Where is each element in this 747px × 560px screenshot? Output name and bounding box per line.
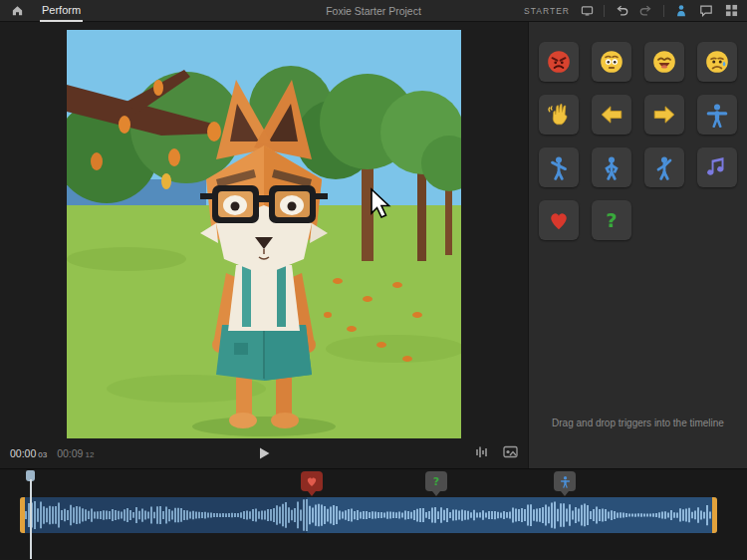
current-frames: 03 — [38, 450, 47, 459]
heart-marker-icon — [305, 474, 319, 488]
scene-settings-button[interactable] — [503, 444, 518, 462]
trim-handle-right[interactable] — [712, 497, 717, 533]
svg-text:?: ? — [606, 209, 617, 232]
timecode: 00:0003 00:0912 — [10, 447, 94, 459]
audio-clip-track[interactable] — [20, 497, 717, 533]
fox-scene — [67, 30, 461, 438]
trigger-point-right[interactable] — [644, 95, 684, 135]
scene-icon — [503, 445, 518, 458]
grid-icon — [725, 4, 738, 17]
timeline: ? — [0, 468, 747, 559]
question-icon: ? — [599, 207, 624, 233]
waveform-icon — [475, 445, 489, 458]
play-button[interactable] — [251, 442, 277, 464]
waveform — [25, 497, 712, 533]
wave-hand-icon — [546, 102, 572, 128]
undo-button[interactable] — [614, 3, 629, 19]
home-icon — [11, 4, 24, 17]
timeline-marker-person[interactable] — [554, 471, 576, 491]
transport-bar: 00:0003 00:0912 — [0, 438, 528, 468]
monitor-icon — [581, 5, 594, 17]
total-time: 00:09 — [57, 447, 83, 459]
workspace-menu-button[interactable] — [723, 3, 739, 19]
timeline-marker-question[interactable]: ? — [425, 471, 447, 491]
stage-area: 00:0003 00:0912 — [0, 22, 528, 468]
trigger-sad-face[interactable] — [697, 42, 737, 82]
trigger-music-note[interactable] — [697, 147, 737, 187]
pose-3-icon — [651, 154, 677, 180]
tab-perform[interactable]: Perform — [40, 0, 83, 22]
trigger-pose-2[interactable] — [592, 147, 631, 187]
tab-perform-label: Perform — [42, 4, 81, 16]
trigger-flushed-face[interactable] — [592, 42, 631, 82]
playhead[interactable] — [26, 469, 35, 559]
divider — [663, 5, 664, 17]
laughing-face-icon — [651, 49, 677, 75]
trigger-question[interactable]: ? — [592, 200, 631, 240]
trigger-wave-hand[interactable] — [539, 95, 579, 135]
trigger-pose-1[interactable] — [539, 147, 579, 187]
sad-face-icon — [704, 49, 730, 75]
arms-spread-pose-icon — [704, 102, 730, 128]
angry-face-icon — [546, 49, 572, 75]
pose-1-icon — [546, 154, 572, 180]
redo-icon — [639, 4, 653, 17]
waveform-toggle-button[interactable] — [475, 444, 489, 462]
triggers-hint: Drag and drop triggers into the timeline — [529, 418, 747, 428]
point-right-icon — [651, 102, 677, 128]
trigger-angry-face[interactable] — [539, 42, 579, 82]
trigger-pose-3[interactable] — [644, 147, 684, 187]
timeline-marker-heart[interactable] — [301, 471, 323, 491]
monitor-button[interactable] — [579, 3, 595, 19]
triggers-panel: ? Drag and drop triggers into the timeli… — [528, 22, 747, 468]
top-bar: Perform Foxie Starter Project STARTER — [0, 0, 747, 22]
play-icon — [259, 447, 270, 459]
music-note-icon — [704, 154, 730, 180]
trigger-arms-spread[interactable] — [697, 95, 737, 135]
chat-icon — [699, 4, 713, 17]
person-marker-icon — [559, 475, 572, 488]
total-frames: 12 — [85, 450, 94, 459]
starter-badge: STARTER — [524, 6, 570, 16]
playhead-line — [30, 479, 32, 559]
trim-handle-left[interactable] — [20, 497, 25, 533]
current-time: 00:00 — [10, 447, 36, 459]
trigger-grid: ? — [529, 22, 747, 240]
question-marker-icon: ? — [429, 474, 443, 488]
puppet-icon — [674, 4, 688, 18]
puppet-button[interactable] — [673, 3, 689, 19]
svg-text:?: ? — [433, 475, 439, 488]
scene-viewport[interactable] — [67, 30, 461, 438]
trigger-laughing-face[interactable] — [644, 42, 684, 82]
chat-button[interactable] — [698, 3, 714, 19]
trigger-point-left[interactable] — [592, 95, 631, 135]
heart-icon — [546, 207, 572, 233]
undo-icon — [615, 4, 628, 17]
divider — [604, 5, 605, 17]
trigger-heart[interactable] — [539, 200, 579, 240]
pose-2-icon — [599, 154, 624, 180]
flushed-face-icon — [599, 49, 624, 75]
home-button[interactable] — [8, 0, 26, 22]
redo-button[interactable] — [638, 3, 654, 19]
point-left-icon — [599, 102, 624, 128]
